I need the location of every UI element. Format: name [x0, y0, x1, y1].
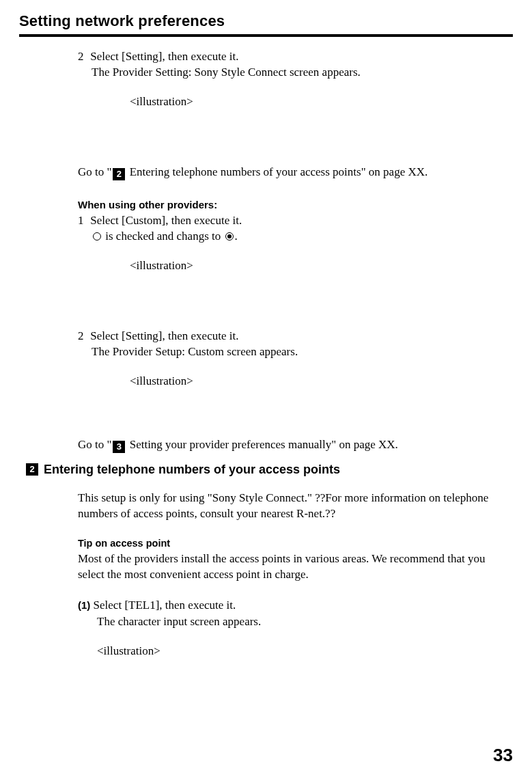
step-text: Select [TEL1], then execute it. [90, 599, 236, 612]
detail-post: . [235, 230, 238, 243]
step-detail: The character input screen appears. [97, 614, 506, 630]
section-2-body: This setup is only for using "Sony Style… [78, 491, 506, 659]
section-2-title-text: Entering telephone numbers of your acces… [44, 463, 340, 477]
subheading-other-providers: When using other providers: [78, 198, 506, 212]
goto-post: Setting your provider preferences manual… [126, 438, 397, 451]
illustration-placeholder: <illustration> [130, 374, 506, 389]
radio-checked-icon [225, 232, 234, 241]
illustration-placeholder: <illustration> [130, 94, 506, 110]
other-step-1: 1 Select [Custom], then execute it. [78, 213, 506, 229]
detail-mid: is checked and changs to [102, 230, 224, 243]
illustration-placeholder: <illustration> [97, 644, 506, 659]
goto-pre: Go to " [78, 165, 111, 178]
goto-pre: Go to " [78, 438, 111, 451]
other-step-2: 2 Select [Setting], then execute it. [78, 329, 506, 344]
step-text: Select [Custom], then execute it. [90, 214, 242, 227]
step-detail: The Provider Setting: Sony Style Connect… [92, 65, 506, 81]
illustration-placeholder: <illustration> [130, 258, 506, 274]
step-label: (1) [78, 599, 90, 611]
page-number: 33 [493, 745, 513, 766]
title-rule [19, 34, 513, 37]
section-2-step-1: (1) Select [TEL1], then execute it. [78, 598, 506, 614]
step-2: 2 Select [Setting], then execute it. [78, 49, 506, 65]
step-detail: is checked and changs to . [92, 229, 506, 245]
step-badge-icon: 2 [113, 168, 125, 180]
step-detail: The Provider Setup: Custom screen appear… [92, 344, 506, 360]
goto-line: Go to "2 Entering telephone numbers of y… [78, 165, 506, 180]
tip-body: Most of the providers install the access… [78, 551, 506, 583]
section-2-heading-row: 2 Entering telephone numbers of your acc… [26, 463, 513, 477]
content-area: 2 Select [Setting], then execute it. The… [78, 49, 506, 453]
step-number: 2 [78, 49, 87, 65]
radio-unchecked-icon [93, 232, 101, 241]
section-2-paragraph: This setup is only for using "Sony Style… [78, 491, 506, 522]
tip-heading: Tip on access point [78, 537, 506, 551]
step-badge-icon: 2 [26, 463, 38, 476]
goto-line: Go to "3 Setting your provider preferenc… [78, 437, 506, 453]
step-number: 2 [78, 329, 87, 344]
step-badge-icon: 3 [113, 441, 125, 453]
step-text: Select [Setting], then execute it. [90, 329, 238, 342]
section-2-title: 2 Entering telephone numbers of your acc… [26, 463, 513, 477]
goto-post: Entering telephone numbers of your acces… [126, 165, 428, 178]
step-number: 1 [78, 213, 87, 229]
page-title: Setting network preferences [19, 12, 513, 30]
step-text: Select [Setting], then execute it. [90, 50, 238, 63]
